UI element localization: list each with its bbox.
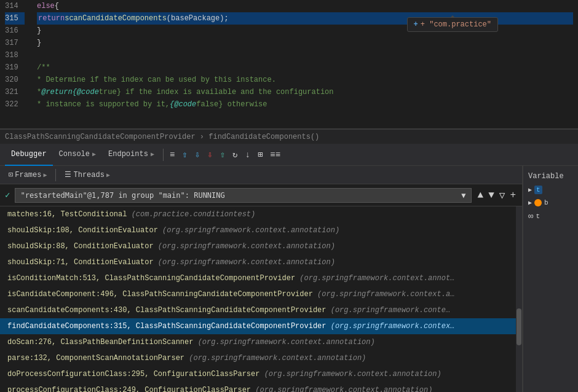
line-322: 322 bbox=[5, 98, 25, 111]
code-314: else { bbox=[37, 0, 573, 12]
thread-nav: ▲ ▼ ▽ + bbox=[477, 188, 517, 203]
stack-item-6[interactable]: scanCandidateComponents:430, ClassPathSc… bbox=[0, 302, 522, 318]
stack-item-4[interactable]: isConditionMatch:513, ClassPathScanningC… bbox=[0, 270, 522, 286]
line-320: 320 bbox=[5, 74, 25, 86]
thread-down-btn[interactable]: ▼ bbox=[487, 189, 496, 202]
stack-scrollbar-thumb[interactable] bbox=[517, 308, 521, 345]
code-editor: 314 315 316 317 318 319 320 321 322 else… bbox=[0, 0, 578, 129]
debugger-panel: Debugger Console ▶ Endpoints ▶ ≡ ⇧ ⇩ ⇩ ⇧… bbox=[0, 144, 578, 392]
stack-item-8[interactable]: doScan:276, ClassPathBeanDefinitionScann… bbox=[0, 334, 522, 350]
tab-debugger[interactable]: Debugger bbox=[5, 144, 53, 166]
thread-add-btn[interactable]: + bbox=[509, 189, 517, 202]
frames-tab-label: Frames bbox=[15, 171, 41, 179]
code-321: * @return {@code true} if the index is a… bbox=[37, 86, 573, 98]
variable-b-item[interactable]: ▶ b bbox=[526, 198, 576, 208]
debugger-toolbar: Debugger Console ▶ Endpoints ▶ ≡ ⇧ ⇩ ⇩ ⇧… bbox=[0, 144, 578, 166]
thread-up-btn[interactable]: ▲ bbox=[477, 189, 485, 202]
line-316: 316 bbox=[5, 25, 25, 37]
line-317: 317 bbox=[5, 37, 25, 49]
line-319: 319 bbox=[5, 61, 25, 74]
var-t-badge: t bbox=[534, 186, 542, 194]
stack-item-10[interactable]: doProcessConfigurationClass:295, Configu… bbox=[0, 366, 522, 382]
tooltip-popup: + + "com.practice" bbox=[407, 17, 498, 32]
code-317: } bbox=[37, 37, 573, 49]
thread-selector: ✓ "restartedMain"@1,787 in group "main":… bbox=[0, 184, 522, 206]
debugger-content: ⊡ Frames ▶ ☰ Threads ▶ ✓ "restartedMain"… bbox=[0, 166, 578, 392]
toolbar-separator-1 bbox=[163, 149, 164, 161]
line-314: 314 bbox=[5, 0, 25, 12]
code-318 bbox=[37, 49, 573, 61]
stack-frame-list[interactable]: matches:16, TestConditional (com.practic… bbox=[0, 206, 522, 392]
right-panel: Variable ▶ t ▶ b ∞ t bbox=[523, 166, 578, 392]
stack-scrollbar[interactable] bbox=[516, 206, 522, 392]
threads-arrow-icon: ▶ bbox=[106, 171, 110, 179]
frames-tab[interactable]: ⊡ Frames ▶ bbox=[5, 169, 50, 181]
var-b-dot-icon bbox=[534, 199, 542, 206]
toolbar-reload-btn[interactable]: ↻ bbox=[229, 147, 241, 162]
toolbar-run-cursor-btn[interactable]: ⇧ bbox=[216, 147, 229, 162]
stack-item-2[interactable]: shouldSkip:88, ConditionEvaluator (org.s… bbox=[0, 238, 522, 254]
tab-console[interactable]: Console ▶ bbox=[53, 144, 102, 166]
infinity-icon: ∞ bbox=[528, 211, 533, 221]
toolbar-step-over-btn[interactable]: ⇧ bbox=[178, 147, 191, 162]
expand-b-icon: ▶ bbox=[528, 199, 532, 206]
breadcrumb-text: ClassPathScanningCandidateComponentProvi… bbox=[5, 133, 319, 141]
line-318: 318 bbox=[5, 49, 25, 61]
thread-dropdown[interactable]: "restartedMain"@1,787 in group "main": R… bbox=[15, 188, 471, 203]
thread-label: "restartedMain"@1,787 in group "main": R… bbox=[20, 191, 224, 200]
frames-arrow-icon: ▶ bbox=[43, 171, 47, 179]
line-numbers: 314 315 316 317 318 319 320 321 322 bbox=[0, 0, 32, 128]
tab-debugger-label: Debugger bbox=[11, 150, 47, 159]
tab-console-label: Console bbox=[59, 150, 90, 159]
variable-t2-item[interactable]: ∞ t bbox=[526, 210, 576, 222]
threads-tab-label: Threads bbox=[73, 171, 104, 179]
stack-item-3[interactable]: shouldSkip:71, ConditionEvaluator (org.s… bbox=[0, 254, 522, 270]
toolbar-settings-btn[interactable]: ≡≡ bbox=[266, 147, 284, 162]
stack-item-0[interactable]: matches:16, TestConditional (com.practic… bbox=[0, 206, 522, 222]
threads-tab[interactable]: ☰ Threads ▶ bbox=[61, 169, 113, 181]
toolbar-step-out-btn[interactable]: ⇩ bbox=[204, 147, 216, 162]
line-315: 315 bbox=[5, 12, 25, 25]
breadcrumb: ClassPathScanningCandidateComponentProvi… bbox=[0, 129, 578, 144]
tooltip-plus-icon: + bbox=[414, 20, 418, 29]
sub-toolbar-sep bbox=[55, 169, 56, 181]
tab-endpoints[interactable]: Endpoints ▶ bbox=[102, 144, 160, 166]
stack-item-9[interactable]: parse:132, ComponentScanAnnotationParser… bbox=[0, 350, 522, 366]
dropdown-arrow-icon: ▼ bbox=[461, 191, 465, 200]
variables-title: Variable bbox=[526, 171, 576, 182]
toolbar-step-into-btn[interactable]: ⇩ bbox=[191, 147, 204, 162]
tab-endpoints-label: Endpoints bbox=[108, 150, 148, 159]
stack-item-5[interactable]: isCandidateComponent:496, ClassPathScann… bbox=[0, 286, 522, 302]
code-319: /** bbox=[37, 61, 573, 74]
tooltip-value: + "com.practice" bbox=[421, 20, 491, 29]
stack-item-7[interactable]: findCandidateComponents:315, ClassPathSc… bbox=[0, 318, 522, 334]
code-320: * Determine if the index can be used by … bbox=[37, 74, 573, 86]
var-b-label: b bbox=[544, 199, 548, 206]
left-panel: ⊡ Frames ▶ ☰ Threads ▶ ✓ "restartedMain"… bbox=[0, 166, 523, 392]
toolbar-list-btn[interactable]: ≡ bbox=[166, 147, 178, 162]
toolbar-drop-frame-btn[interactable]: ↓ bbox=[242, 147, 254, 162]
endpoints-arrow-icon: ▶ bbox=[151, 151, 154, 158]
console-arrow-icon: ▶ bbox=[92, 151, 96, 158]
stack-item-1[interactable]: shouldSkip:108, ConditionEvaluator (org.… bbox=[0, 222, 522, 238]
code-322: * instance is supported by it, {@code fa… bbox=[37, 98, 573, 111]
sub-toolbar: ⊡ Frames ▶ ☰ Threads ▶ bbox=[0, 166, 522, 184]
stack-item-11[interactable]: processConfigurationClass:249, Configura… bbox=[0, 382, 522, 392]
variable-t-item[interactable]: ▶ t bbox=[526, 184, 576, 195]
var-t2-label: t bbox=[536, 213, 540, 220]
expand-t-icon: ▶ bbox=[528, 186, 532, 194]
thread-filter-btn[interactable]: ▽ bbox=[498, 188, 507, 203]
line-321: 321 bbox=[5, 86, 25, 98]
toolbar-grid-btn[interactable]: ⊞ bbox=[254, 147, 266, 162]
thread-check-icon: ✓ bbox=[5, 190, 10, 200]
